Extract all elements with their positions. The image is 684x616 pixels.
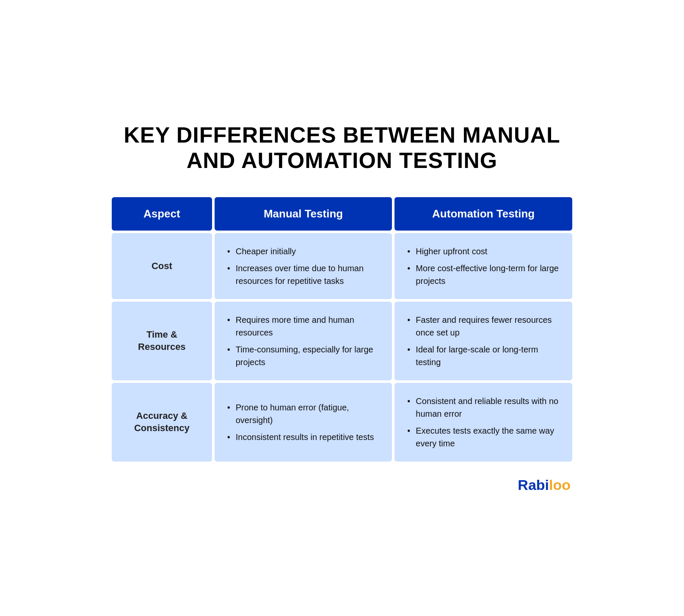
table-row: CostCheaper initiallyIncreases over time… <box>112 233 572 299</box>
brand-rabi: Rabi <box>518 477 549 493</box>
list-item: Prone to human error (fatigue, oversight… <box>227 401 380 426</box>
aspect-cell-0: Cost <box>112 233 212 299</box>
main-container: KEY DIFFERENCES BETWEEN MANUAL AND AUTOM… <box>109 123 575 493</box>
list-item: Cheaper initially <box>227 245 380 258</box>
list-item: Ideal for large-scale or long-term testi… <box>407 343 560 368</box>
comparison-table: Aspect Manual Testing Automation Testing… <box>109 195 575 464</box>
list-item: Time-consuming, especially for large pro… <box>227 343 380 368</box>
automation-cell-0: Higher upfront costMore cost-effective l… <box>394 233 572 299</box>
list-item: Requires more time and human resources <box>227 314 380 339</box>
list-item: Inconsistent results in repetitive tests <box>227 431 380 443</box>
manual-cell-0: Cheaper initiallyIncreases over time due… <box>215 233 392 299</box>
table-row: Accuracy & ConsistencyProne to human err… <box>112 383 572 462</box>
aspect-header: Aspect <box>112 197 212 231</box>
aspect-cell-1: Time & Resources <box>112 302 212 380</box>
page-title: KEY DIFFERENCES BETWEEN MANUAL AND AUTOM… <box>109 123 575 173</box>
manual-testing-header: Manual Testing <box>215 197 392 231</box>
automation-cell-2: Consistent and reliable results with no … <box>394 383 572 462</box>
brand-loo: loo <box>549 477 571 493</box>
table-body: CostCheaper initiallyIncreases over time… <box>112 233 572 462</box>
list-item: More cost-effective long-term for large … <box>407 262 560 287</box>
table-row: Time & ResourcesRequires more time and h… <box>112 302 572 380</box>
list-item: Executes tests exactly the same way ever… <box>407 424 560 450</box>
brand-name: Rabiloo <box>518 477 571 493</box>
list-item: Consistent and reliable results with no … <box>407 395 560 420</box>
table-header-row: Aspect Manual Testing Automation Testing <box>112 197 572 231</box>
aspect-cell-2: Accuracy & Consistency <box>112 383 212 462</box>
list-item: Faster and requires fewer resources once… <box>407 314 560 339</box>
automation-cell-1: Faster and requires fewer resources once… <box>394 302 572 380</box>
automation-testing-header: Automation Testing <box>394 197 572 231</box>
manual-cell-1: Requires more time and human resourcesTi… <box>215 302 392 380</box>
brand-footer: Rabiloo <box>109 477 575 493</box>
list-item: Higher upfront cost <box>407 245 560 258</box>
manual-cell-2: Prone to human error (fatigue, oversight… <box>215 383 392 462</box>
list-item: Increases over time due to human resourc… <box>227 262 380 287</box>
